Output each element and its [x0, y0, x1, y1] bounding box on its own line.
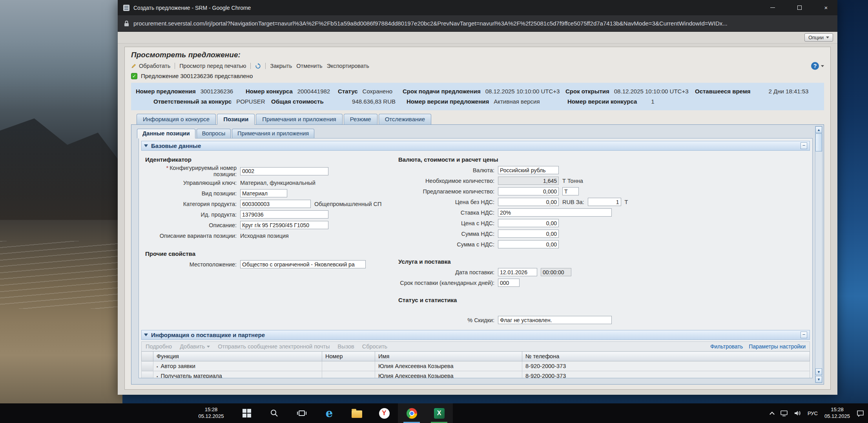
scroll-bottom-button[interactable]: ▼	[815, 376, 822, 383]
print-preview-button[interactable]: Просмотр перед печатью	[179, 63, 246, 69]
subtab-notes-attachments[interactable]: Примечания и приложения	[232, 129, 314, 138]
reset-button[interactable]: Сбросить	[362, 343, 387, 350]
main-tabs: Информация о конкурсе Позиции Примечания…	[137, 114, 830, 124]
field-label: Описание варианта позиции:	[142, 233, 240, 239]
filter-link[interactable]: Фильтровать	[710, 343, 743, 350]
row-selector[interactable]	[142, 361, 153, 371]
internet-explorer-button[interactable]: e	[315, 403, 343, 423]
export-button[interactable]: Экспортировать	[327, 63, 369, 69]
price-with-vat-input[interactable]	[498, 219, 559, 227]
tab-tracking[interactable]: Отслеживание	[379, 114, 431, 124]
edit-button[interactable]: Обработать	[131, 63, 170, 69]
status-message-row: ✓ Предложение 3001236236 представлено	[125, 71, 830, 81]
taskbar-clock-left[interactable]: 15:28 05.12.2025	[193, 407, 229, 420]
volume-icon[interactable]	[794, 410, 801, 416]
lock-icon[interactable]	[124, 20, 129, 27]
scroll-down-button[interactable]: ▼	[815, 368, 822, 375]
start-button[interactable]	[233, 403, 261, 423]
close-button[interactable]: ×	[815, 0, 837, 15]
delivery-date-input[interactable]	[498, 268, 537, 276]
delivery-days-input[interactable]	[498, 279, 520, 287]
column-number[interactable]: Номер	[322, 352, 375, 361]
url-text[interactable]: procurement.severstal.com/irj/portal?Nav…	[133, 20, 830, 27]
call-button[interactable]: Вызов	[337, 343, 354, 350]
taskbar-clock[interactable]: 15:28 05.12.2025	[824, 407, 850, 420]
partner-section-header[interactable]: Информация о поставщике и партнере −	[141, 330, 810, 340]
details-button[interactable]: Подробно	[146, 343, 172, 350]
net-price-input[interactable]	[498, 198, 559, 206]
excel-button[interactable]: X	[425, 403, 453, 423]
tab-competition-info[interactable]: Информация о конкурсе	[137, 114, 216, 124]
table-row[interactable]: ▪Автор заявки Юлия Алексеевна Козырева 8…	[142, 361, 810, 371]
description-input[interactable]	[240, 221, 328, 229]
info-label: Ответственный за конкурс	[153, 97, 232, 107]
column-name[interactable]: Имя	[375, 352, 522, 361]
form-row: Сумма с НДС:	[395, 239, 812, 250]
add-button[interactable]: Добавить	[180, 343, 210, 350]
location-input[interactable]	[240, 260, 366, 268]
collapse-section-button[interactable]: −	[801, 142, 807, 149]
window-titlebar[interactable]: Создать предложение - SRM - Google Chrom…	[118, 0, 837, 15]
discount-input[interactable]	[498, 316, 612, 324]
tab-positions[interactable]: Позиции	[217, 114, 255, 125]
partner-table: Функция Номер Имя № телефона ▪Автор заяв…	[141, 351, 810, 378]
form-row: Управляющий ключ: Материал, функциональн…	[142, 177, 395, 188]
tab-notes-attachments[interactable]: Примечания и приложения	[256, 114, 342, 124]
info-label: Номер версии предложения	[407, 97, 489, 107]
status-message: Предложение 3001236236 представлено	[141, 73, 253, 79]
product-id-input[interactable]	[240, 210, 328, 219]
search-button[interactable]	[261, 403, 288, 423]
vat-amount-input[interactable]	[498, 230, 559, 238]
options-button[interactable]: Опции	[804, 33, 833, 42]
yandex-browser-button[interactable]: Y	[370, 403, 398, 423]
vat-rate-input[interactable]	[498, 208, 612, 217]
cancel-button[interactable]: Отменить	[296, 63, 322, 69]
language-indicator[interactable]: РУС	[808, 410, 818, 416]
basic-data-section-header[interactable]: Базовые данные −	[141, 141, 810, 151]
subtab-position-data[interactable]: Данные позиции	[137, 129, 195, 139]
chevron-down-icon[interactable]	[821, 65, 824, 67]
network-icon[interactable]	[780, 410, 788, 416]
refresh-button[interactable]	[255, 63, 261, 69]
field-label: Ставка НДС:	[395, 210, 498, 216]
task-view-button[interactable]	[288, 403, 315, 423]
chrome-button[interactable]	[398, 403, 425, 423]
task-view-icon	[297, 408, 306, 418]
maximize-button[interactable]	[788, 0, 811, 15]
settings-link[interactable]: Параметры настройки	[749, 343, 806, 350]
product-category-input[interactable]	[240, 200, 311, 208]
total-with-vat-input[interactable]	[498, 240, 559, 248]
item-type-input[interactable]	[240, 189, 287, 197]
config-item-number-input[interactable]	[240, 167, 328, 175]
minimize-button[interactable]	[761, 0, 784, 15]
column-phone[interactable]: № телефона	[522, 352, 810, 361]
offered-quantity-input[interactable]	[498, 187, 559, 195]
notification-icon[interactable]	[857, 410, 864, 417]
column-function[interactable]: Функция	[153, 352, 322, 361]
table-row[interactable]: ▪Получатель материала Юлия Алексеевна Ко…	[142, 371, 810, 379]
bullet-icon: ▪	[157, 374, 158, 378]
send-email-button[interactable]: Отправить сообщение электронной почты	[218, 343, 330, 350]
vertical-scrollbar[interactable]: ▲ ▼ ▼	[815, 126, 822, 383]
currency-input[interactable]	[498, 166, 559, 174]
row-selector[interactable]	[142, 371, 153, 379]
tab-summary[interactable]: Резюме	[344, 114, 377, 124]
subtab-questions[interactable]: Вопросы	[197, 129, 231, 138]
excel-icon: X	[434, 408, 445, 419]
select-all-column[interactable]	[142, 352, 153, 361]
tray-expand-icon[interactable]	[770, 412, 775, 417]
offered-quantity-unit-input[interactable]	[562, 187, 579, 195]
price-per-input[interactable]	[588, 198, 621, 206]
clock-time: 15:28	[824, 407, 850, 413]
form-row: % Скидки:	[395, 315, 812, 325]
delivery-time-input[interactable]	[541, 268, 571, 276]
address-bar[interactable]: procurement.severstal.com/irj/portal?Nav…	[118, 15, 837, 32]
field-label-text: Конфигурируемый номер позиции:	[170, 165, 237, 177]
help-button[interactable]: ?	[811, 62, 819, 70]
collapse-section-button[interactable]: −	[801, 332, 807, 338]
close-page-button[interactable]: Закрыть	[270, 63, 292, 69]
file-explorer-button[interactable]	[343, 403, 370, 423]
info-value: 2000441982	[297, 86, 330, 97]
required-quantity-input[interactable]	[498, 177, 559, 185]
field-label: Вид позиции:	[142, 190, 240, 197]
